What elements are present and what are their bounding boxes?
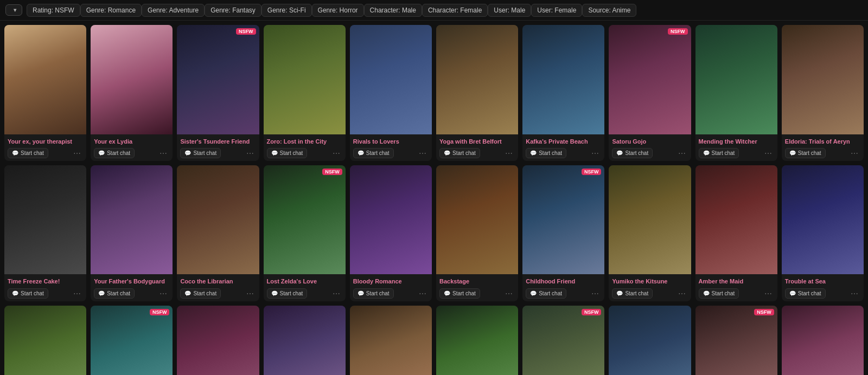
- card-image: [436, 306, 518, 375]
- start-chat-button[interactable]: 💬Start chat: [94, 148, 135, 158]
- filter-tag[interactable]: Rating: NSFW: [27, 4, 80, 17]
- filter-tag[interactable]: Character: Male: [364, 4, 422, 17]
- filter-tag[interactable]: Genre: Romance: [80, 4, 142, 17]
- card-image: [91, 165, 173, 275]
- more-options-button[interactable]: ⋯: [244, 148, 256, 159]
- start-chat-label: Start chat: [452, 150, 476, 156]
- start-chat-button[interactable]: 💬Start chat: [8, 288, 48, 299]
- more-options-button[interactable]: ⋯: [848, 148, 860, 159]
- chat-icon: 💬: [12, 150, 18, 156]
- card-image: [4, 165, 86, 275]
- filter-tag[interactable]: Source: Anime: [582, 4, 636, 17]
- more-options-button[interactable]: ⋯: [330, 148, 342, 159]
- start-chat-button[interactable]: 💬Start chat: [267, 148, 308, 158]
- more-options-button[interactable]: ⋯: [71, 288, 83, 299]
- card-image: [177, 306, 259, 375]
- card-actions: 💬Start chat⋯: [439, 288, 515, 299]
- start-chat-button[interactable]: 💬Start chat: [612, 148, 653, 158]
- more-options-button[interactable]: ⋯: [503, 288, 515, 299]
- start-chat-button[interactable]: 💬Start chat: [267, 288, 308, 299]
- card-info: Satoru Gojo💬Start chat⋯: [609, 134, 691, 161]
- start-chat-button[interactable]: 💬Start chat: [699, 288, 739, 299]
- card-actions: 💬Start chat⋯: [612, 148, 687, 159]
- more-options-button[interactable]: ⋯: [676, 148, 688, 159]
- chat-icon: 💬: [789, 290, 796, 296]
- start-chat-label: Start chat: [21, 290, 44, 296]
- more-options-button[interactable]: ⋯: [589, 288, 601, 299]
- start-chat-button[interactable]: 💬Start chat: [353, 148, 394, 158]
- chat-icon: 💬: [184, 290, 191, 296]
- card-title: Yumiko the Kitsune: [612, 277, 687, 285]
- card-image: [522, 306, 604, 375]
- more-options-button[interactable]: ⋯: [762, 288, 774, 299]
- filter-tag[interactable]: Genre: Horror: [312, 4, 364, 17]
- more-options-button[interactable]: ⋯: [157, 288, 169, 299]
- card-actions: 💬Start chat⋯: [526, 288, 601, 299]
- card-info: Eldoria: Trials of Aeryn💬Start chat⋯: [782, 134, 864, 161]
- card-image: [609, 165, 691, 275]
- more-options-button[interactable]: ⋯: [503, 148, 515, 159]
- start-chat-label: Start chat: [452, 290, 476, 296]
- start-chat-label: Start chat: [366, 290, 390, 296]
- more-options-button[interactable]: ⋯: [244, 288, 256, 299]
- chat-icon: 💬: [12, 290, 18, 296]
- card-actions: 💬Start chat⋯: [439, 148, 515, 159]
- card-actions: 💬Start chat⋯: [612, 288, 687, 299]
- card-image: [350, 25, 432, 134]
- more-options-button[interactable]: ⋯: [417, 148, 429, 159]
- start-chat-label: Start chat: [366, 150, 390, 156]
- chat-icon: 💬: [98, 150, 105, 156]
- card: Orelia the Elf Queen💬Start chat⋯: [436, 306, 518, 375]
- card-title: Satoru Gojo: [612, 138, 687, 145]
- card: Kafka's Private Beach💬Start chat⋯: [522, 25, 604, 161]
- chat-icon: 💬: [358, 150, 364, 156]
- card-image: [522, 25, 604, 134]
- more-options-button[interactable]: ⋯: [330, 288, 342, 299]
- start-chat-label: Start chat: [625, 150, 648, 156]
- filter-tag[interactable]: User: Male: [488, 4, 531, 17]
- card: Eldoria: Trials of Aeryn💬Start chat⋯: [782, 25, 864, 161]
- card-actions: 💬Start chat⋯: [180, 288, 256, 299]
- start-chat-button[interactable]: 💬Start chat: [526, 148, 566, 158]
- start-chat-button[interactable]: 💬Start chat: [180, 288, 221, 299]
- more-options-button[interactable]: ⋯: [417, 288, 429, 299]
- chat-icon: 💬: [616, 150, 623, 156]
- card-info: Sister's Tsundere Friend💬Start chat⋯: [177, 134, 259, 161]
- start-chat-button[interactable]: 💬Start chat: [353, 288, 394, 299]
- start-chat-button[interactable]: 💬Start chat: [699, 148, 739, 158]
- start-chat-button[interactable]: 💬Start chat: [526, 288, 566, 299]
- card: Backstage💬Start chat⋯: [436, 165, 518, 301]
- chat-icon: 💬: [703, 290, 710, 296]
- filter-with-tags-button[interactable]: ▾: [5, 4, 22, 16]
- start-chat-button[interactable]: 💬Start chat: [8, 148, 48, 158]
- start-chat-button[interactable]: 💬Start chat: [785, 288, 826, 299]
- more-options-button[interactable]: ⋯: [589, 148, 601, 159]
- filter-tag[interactable]: Genre: Sci-Fi: [261, 4, 312, 17]
- start-chat-button[interactable]: 💬Start chat: [439, 148, 480, 158]
- more-options-button[interactable]: ⋯: [71, 148, 83, 159]
- more-options-button[interactable]: ⋯: [762, 148, 774, 159]
- nsfw-badge: NSFW: [322, 169, 342, 175]
- card: Bloody Romance💬Start chat⋯: [350, 165, 432, 301]
- start-chat-button[interactable]: 💬Start chat: [439, 288, 480, 299]
- more-options-button[interactable]: ⋯: [676, 288, 688, 299]
- filter-tag[interactable]: Genre: Fantasy: [205, 4, 261, 17]
- start-chat-button[interactable]: 💬Start chat: [785, 148, 826, 158]
- card-title: Amber the Maid: [699, 277, 774, 285]
- start-chat-label: Start chat: [798, 290, 821, 296]
- card-title: Sister's Tsundere Friend: [180, 138, 256, 145]
- start-chat-button[interactable]: 💬Start chat: [612, 288, 653, 299]
- card-info: Amber the Maid💬Start chat⋯: [695, 274, 777, 301]
- card-actions: 💬Start chat⋯: [353, 148, 429, 159]
- filter-tag[interactable]: Character: Female: [422, 4, 488, 17]
- card-actions: 💬Start chat⋯: [180, 148, 256, 159]
- more-options-button[interactable]: ⋯: [848, 288, 860, 299]
- more-options-button[interactable]: ⋯: [157, 148, 169, 159]
- start-chat-button[interactable]: 💬Start chat: [94, 288, 135, 299]
- filter-tag[interactable]: Genre: Adventure: [142, 4, 205, 17]
- filter-tag[interactable]: User: Female: [531, 4, 582, 17]
- nsfw-badge: NSFW: [668, 28, 688, 35]
- card-info: Your ex Lydia💬Start chat⋯: [91, 134, 173, 161]
- card: NSFWLost Zelda's Love💬Start chat⋯: [264, 165, 346, 301]
- start-chat-button[interactable]: 💬Start chat: [180, 148, 221, 158]
